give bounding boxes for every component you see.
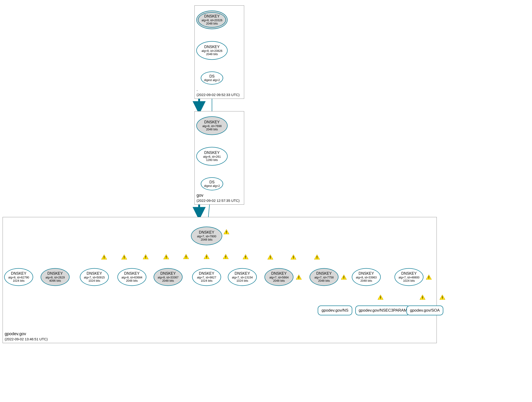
node-alg: alg=7, id=5664: [269, 276, 289, 279]
rr-node[interactable]: gpodev.gov/NS: [318, 305, 352, 315]
warning-icon: [296, 275, 302, 280]
dnskey-node[interactable]: DNSKEYalg=7, id=77582048 bits: [310, 268, 338, 286]
svg-rect-19: [293, 258, 294, 259]
node-bits: 2048 bits: [206, 22, 218, 25]
dnskey-node[interactable]: DNSKEYalg=7, id=56642048 bits: [265, 268, 293, 286]
svg-rect-28: [429, 276, 429, 278]
node-alg: alg=8, id=20826: [202, 49, 222, 52]
warning-icon: [420, 295, 425, 300]
dnskey-node[interactable]: DNSKEYalg=7, id=131541024 bits: [228, 268, 257, 286]
zone-name: gov: [196, 193, 203, 198]
rr-node[interactable]: gpodev.gov/SOA: [406, 305, 443, 315]
svg-rect-5: [146, 258, 146, 259]
dnskey-node[interactable]: DNSKEYalg=7, id=509151024 bits: [80, 268, 109, 286]
svg-rect-21: [317, 258, 317, 259]
node-bits: 2048 bits: [206, 128, 218, 131]
svg-rect-29: [429, 279, 429, 279]
node-alg: alg=7, id=50915: [84, 276, 105, 279]
svg-rect-17: [270, 258, 271, 259]
dnskey-node[interactable]: DSdigest alg=2: [201, 71, 223, 84]
svg-rect-33: [422, 298, 423, 299]
node-bits: 1024 bits: [13, 279, 25, 282]
svg-rect-18: [293, 256, 294, 258]
warning-icon: [204, 254, 209, 259]
zone-label: gov(2022-09-02 12:57:35 UTC): [196, 193, 240, 203]
node-alg: alg=7, id=13154: [232, 276, 253, 279]
zone-name: .: [196, 87, 198, 92]
warning-icon: [267, 255, 273, 259]
svg-rect-7: [166, 258, 166, 259]
svg-rect-13: [226, 258, 226, 258]
warning-icon: [101, 255, 107, 259]
dnskey-node[interactable]: DNSKEYalg=7, id=488001024 bits: [394, 268, 424, 286]
svg-rect-22: [226, 231, 227, 233]
svg-rect-23: [226, 233, 227, 233]
warning-icon: [341, 275, 347, 280]
warning-icon: [378, 295, 383, 300]
node-bits: 1024 bits: [403, 279, 415, 282]
dnskey-node[interactable]: DNSKEYalg=8, id=2611280 bits: [196, 147, 228, 166]
node-type: DNSKEY: [11, 272, 26, 276]
node-alg: alg=8, id=2629: [45, 276, 65, 279]
node-type: DNSKEY: [271, 272, 287, 276]
svg-rect-14: [245, 256, 246, 258]
svg-rect-35: [442, 298, 443, 299]
dnskey-node[interactable]: DNSKEYalg=8, id=339632048 bits: [352, 268, 381, 286]
svg-rect-3: [124, 258, 124, 259]
dnskey-node[interactable]: DNSKEYalg=8, id=26294096 bits: [41, 268, 70, 286]
node-type: DNSKEY: [160, 272, 176, 276]
zone-timestamp: (2022-09-02 13:46:51 UTC): [5, 337, 48, 341]
svg-rect-11: [206, 258, 207, 258]
node-type: DNSKEY: [359, 272, 374, 276]
node-alg: alg=8, id=33367: [158, 276, 179, 279]
dnskey-node[interactable]: DNSKEYalg=8, id=636842048 bits: [117, 268, 146, 286]
node-type: DNSKEY: [316, 272, 332, 276]
node-bits: 2048 bits: [273, 279, 285, 282]
svg-rect-12: [226, 256, 226, 258]
node-bits: 2048 bits: [206, 52, 218, 56]
warning-icon: [224, 229, 229, 234]
rr-label: gpodev.gov/SOA: [410, 308, 440, 313]
node-type: DNSKEY: [204, 45, 220, 49]
dnskey-node[interactable]: DNSKEYalg=8, id=208262048 bits: [196, 41, 228, 60]
node-alg: alg=8, id=20326: [202, 19, 222, 22]
dnskey-node[interactable]: DNSKEYalg=8, id=333672048 bits: [154, 268, 183, 286]
node-bits: 2048 bits: [126, 279, 138, 282]
dnskey-node[interactable]: DNSKEYalg=8, id=627901024 bits: [4, 268, 33, 286]
svg-rect-1: [104, 258, 104, 259]
node-bits: 1024 bits: [89, 279, 100, 282]
dnskey-node[interactable]: DNSKEYalg=7, id=98271024 bits: [192, 268, 221, 286]
dnskey-node[interactable]: DNSKEYalg=7, id=78002048 bits: [191, 227, 222, 245]
node-type: DNSKEY: [124, 272, 139, 276]
svg-rect-27: [344, 279, 344, 279]
node-type: DNSKEY: [87, 272, 102, 276]
svg-rect-20: [317, 256, 317, 258]
svg-rect-8: [186, 256, 186, 258]
dnskey-node[interactable]: DNSKEYalg=8, id=203262048 bits: [196, 11, 228, 29]
svg-rect-24: [298, 276, 299, 278]
warning-icon: [163, 254, 169, 259]
node-alg: digest alg=2: [204, 78, 220, 82]
node-alg: alg=7, id=7800: [197, 235, 216, 238]
rr-node[interactable]: gpodev.gov/NSEC3PARAM: [355, 305, 410, 315]
svg-rect-2: [124, 256, 124, 258]
svg-rect-30: [380, 296, 381, 298]
dnskey-node[interactable]: DNSKEYalg=8, id=76982048 bits: [196, 116, 228, 135]
node-type: DNSKEY: [47, 272, 63, 276]
node-bits: 1024 bits: [236, 279, 248, 282]
dnskey-node[interactable]: DSdigest alg=2: [201, 177, 223, 190]
node-alg: alg=7, id=7758: [314, 276, 334, 279]
svg-rect-9: [186, 258, 186, 258]
svg-rect-26: [344, 276, 344, 278]
node-bits: 2048 bits: [361, 279, 372, 282]
warning-icon: [143, 254, 148, 259]
svg-rect-25: [298, 279, 299, 279]
node-type: DNSKEY: [401, 272, 417, 276]
svg-rect-6: [166, 256, 166, 258]
warning-icon: [291, 255, 296, 259]
zone-name: gpodev.gov: [5, 331, 26, 336]
node-type: DS: [209, 74, 215, 78]
warning-icon: [121, 255, 127, 259]
node-bits: 1024 bits: [201, 279, 213, 282]
node-alg: alg=8, id=261: [203, 155, 221, 158]
